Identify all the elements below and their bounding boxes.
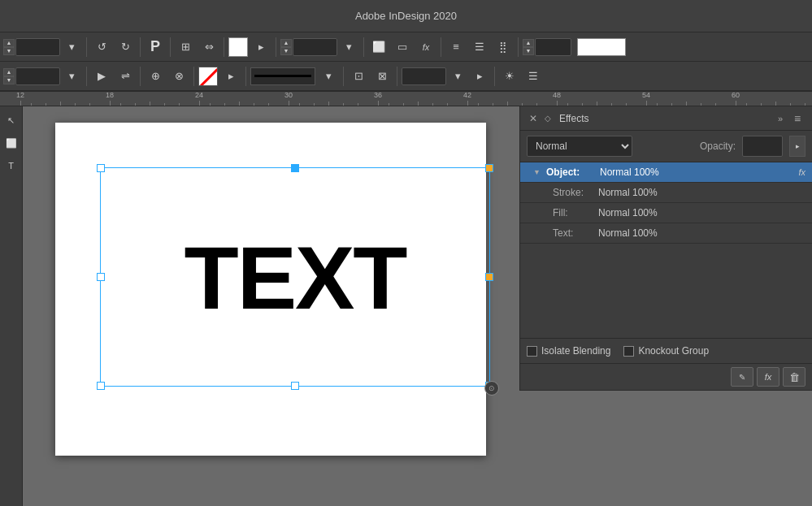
panel-menu-button[interactable]: ≡ bbox=[789, 110, 805, 127]
transform2-btn1[interactable]: ⊕ bbox=[145, 66, 166, 87]
frame-btn2[interactable]: ▭ bbox=[392, 37, 413, 58]
frame-btn1[interactable]: ⬜ bbox=[368, 37, 389, 58]
text-frame[interactable]: TEXT ⊙ bbox=[100, 167, 490, 387]
grid-up[interactable]: ▲ bbox=[523, 39, 534, 47]
align-left[interactable]: ≡ bbox=[445, 37, 467, 58]
ruler: 121824303642485460 bbox=[0, 92, 812, 106]
color-swatch[interactable] bbox=[228, 37, 248, 57]
ruler-minor-tick bbox=[686, 102, 687, 106]
transform2-btn2[interactable]: ⊗ bbox=[168, 66, 189, 87]
undo-button[interactable]: ↺ bbox=[91, 37, 112, 58]
rotation2-down[interactable]: ▼ bbox=[3, 76, 15, 84]
reflect-btn[interactable]: ⇌ bbox=[115, 66, 136, 87]
sep4 bbox=[224, 37, 224, 57]
knockout-group-checkbox[interactable] bbox=[623, 346, 634, 357]
rotation2-input[interactable]: 0° bbox=[15, 67, 60, 85]
ruler-minor-tick bbox=[478, 103, 479, 106]
handle-tl[interactable] bbox=[97, 164, 105, 172]
handle-mr[interactable] bbox=[485, 273, 493, 281]
isolate-blending-checkbox[interactable] bbox=[527, 346, 537, 357]
opacity-input[interactable]: 100% bbox=[742, 136, 783, 157]
opacity-arrow-button[interactable]: ▸ bbox=[789, 136, 805, 157]
rotation2-spinner[interactable]: ▲ ▼ bbox=[3, 68, 15, 84]
stroke-down[interactable]: ▼ bbox=[280, 47, 292, 55]
isolate-blending-label[interactable]: Isolate Blending bbox=[527, 345, 610, 357]
handle-ml[interactable] bbox=[97, 273, 105, 281]
transform-btn1[interactable]: ⊞ bbox=[175, 37, 196, 58]
zoom-input[interactable]: 100% bbox=[402, 67, 446, 85]
left-tool-1[interactable]: ↖ bbox=[1, 110, 22, 131]
effect-row-object[interactable]: ▼ Object: Normal 100% fx bbox=[520, 162, 812, 183]
clear-effects-button[interactable]: 🗑 bbox=[783, 367, 805, 387]
ruler-minor-tick bbox=[224, 103, 225, 106]
left-tools: ↖ ⬜ T bbox=[0, 106, 23, 506]
stroke-none-dropdown[interactable]: ▸ bbox=[220, 66, 241, 87]
object-expand-arrow: ▼ bbox=[533, 168, 541, 176]
sep13 bbox=[343, 67, 344, 86]
stroke-input[interactable]: 0 pt bbox=[293, 38, 337, 56]
fx-effects-button[interactable]: fx bbox=[757, 367, 779, 387]
rotation1-down[interactable]: ▼ bbox=[3, 47, 15, 55]
zoom-dropdown[interactable]: ▾ bbox=[447, 66, 468, 87]
ruler-minor-tick bbox=[75, 103, 76, 106]
transform-btn2[interactable]: ⇔ bbox=[198, 37, 219, 58]
stroke-up[interactable]: ▲ bbox=[280, 39, 292, 47]
ruler-tick-30: 30 bbox=[284, 92, 293, 106]
handle-bl[interactable] bbox=[97, 382, 105, 390]
text-tool-button[interactable]: P bbox=[145, 37, 166, 58]
ruler-minor-tick bbox=[536, 103, 537, 106]
grid-input[interactable]: 1p0 bbox=[535, 38, 571, 56]
blend-mode-select[interactable]: Normal Multiply Screen Overlay bbox=[527, 136, 632, 157]
panel-collapse-button[interactable]: » bbox=[775, 110, 786, 127]
ruler-minor-tick bbox=[597, 102, 597, 106]
fx-button[interactable]: fx bbox=[415, 37, 436, 58]
stroke-dropdown[interactable]: ▾ bbox=[338, 37, 359, 58]
rotation1-input[interactable]: 0° bbox=[15, 38, 60, 56]
edit-effects-button[interactable]: ✎ bbox=[731, 367, 753, 387]
rotation1-spinner[interactable]: ▲ ▼ bbox=[3, 39, 15, 55]
panel-close-button[interactable]: ✕ bbox=[527, 112, 540, 125]
rotation2-group: ▲ ▼ 0° ▾ bbox=[3, 66, 82, 87]
handle-bm[interactable] bbox=[291, 382, 299, 390]
left-tool-2[interactable]: ⬜ bbox=[1, 132, 22, 154]
rotation1-dropdown[interactable]: ▾ bbox=[61, 37, 82, 58]
ruler-minor-tick bbox=[805, 103, 805, 106]
rotation2-up[interactable]: ▲ bbox=[3, 68, 15, 76]
align-distribute[interactable]: ⣿ bbox=[493, 37, 514, 58]
ruler-minor-tick bbox=[657, 103, 658, 106]
knockout-group-label[interactable]: Knockout Group bbox=[623, 345, 709, 357]
grid-spinner[interactable]: ▲ ▼ bbox=[523, 39, 534, 55]
frame-link-icon[interactable]: ⊙ bbox=[484, 381, 499, 396]
color-dropdown[interactable]: ▸ bbox=[250, 37, 271, 58]
play-btn[interactable]: ▶ bbox=[91, 66, 112, 87]
view-btn2[interactable]: ☰ bbox=[523, 66, 544, 87]
effect-row-fill[interactable]: Fill: Normal 100% bbox=[520, 203, 812, 223]
rotation1-up[interactable]: ▲ bbox=[3, 39, 15, 47]
stroke-spinner[interactable]: ▲ ▼ bbox=[280, 39, 292, 55]
object-label: Object: bbox=[546, 167, 595, 178]
stroke-style-dropdown[interactable]: ▾ bbox=[318, 66, 339, 87]
stroke-preview bbox=[250, 67, 315, 85]
toolbar-row-2: ▲ ▼ 0° ▾ ▶ ⇌ ⊕ ⊗ ▸ ▾ ⊡ ⊠ bbox=[0, 62, 812, 91]
grid-down[interactable]: ▼ bbox=[523, 47, 534, 55]
ruler-tick-12: 12 bbox=[16, 92, 24, 106]
ruler-minor-tick bbox=[120, 103, 121, 106]
handle-tr[interactable] bbox=[485, 164, 493, 172]
ruler-minor-tick bbox=[210, 103, 211, 106]
content-btn1[interactable]: ⊡ bbox=[348, 66, 369, 87]
effect-row-stroke[interactable]: Stroke: Normal 100% bbox=[520, 183, 812, 203]
zoom-expand[interactable]: ▸ bbox=[469, 66, 490, 87]
view-btn1[interactable]: ☀ bbox=[499, 66, 520, 87]
right-swatch[interactable] bbox=[577, 38, 626, 56]
effect-row-text[interactable]: Text: Normal 100% bbox=[520, 223, 812, 244]
stroke-none-btn[interactable] bbox=[198, 67, 218, 86]
rotation2-dropdown[interactable]: ▾ bbox=[61, 66, 82, 87]
ruler-minor-tick bbox=[358, 103, 358, 106]
left-tool-3[interactable]: T bbox=[1, 155, 22, 176]
isolate-blending-text: Isolate Blending bbox=[541, 345, 610, 357]
sep8 bbox=[518, 37, 519, 57]
align-center[interactable]: ☰ bbox=[469, 37, 490, 58]
content-btn2[interactable]: ⊠ bbox=[371, 66, 393, 87]
handle-tm[interactable] bbox=[291, 164, 299, 172]
redo-button[interactable]: ↻ bbox=[115, 37, 136, 58]
